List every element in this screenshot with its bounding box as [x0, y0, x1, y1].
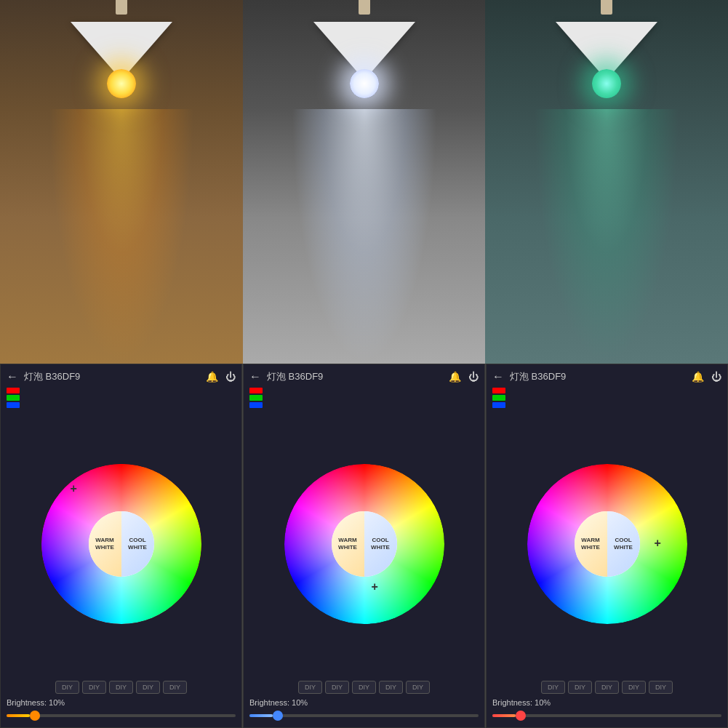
color-wheel-container-cool[interactable]: WARM WHITE COOL WHITE +: [249, 411, 479, 676]
lamp-stem-warm: [116, 0, 127, 15]
app-title-rgb: 灯泡 B36DF9: [510, 370, 566, 383]
brightness-thumb-rgb[interactable]: [516, 711, 526, 721]
diy-btn-warm-1[interactable]: DIY: [55, 681, 79, 694]
alarm-icon-warm[interactable]: 🔔: [206, 371, 218, 383]
red-swatch-cool[interactable]: [249, 388, 263, 393]
header-left-rgb: ← 灯泡 B36DF9: [492, 370, 566, 383]
wheel-cursor-rgb[interactable]: +: [655, 537, 661, 550]
app-title-warm: 灯泡 B36DF9: [24, 370, 80, 383]
cool-lamp-body: [321, 7, 408, 65]
diy-btn-cool-3[interactable]: DIY: [352, 681, 376, 694]
brightness-slider-cool[interactable]: [249, 710, 479, 721]
green-swatch-rgb[interactable]: [492, 395, 505, 401]
diy-btn-cool-2[interactable]: DIY: [325, 681, 349, 694]
alarm-icon-cool[interactable]: 🔔: [449, 371, 461, 383]
wheel-center-inner-rgb: WARM WHITE COOL WHITE: [575, 511, 640, 577]
warm-lamp-panel: [0, 0, 243, 364]
lamp-stem-rgb: [601, 0, 612, 15]
alarm-icon-rgb[interactable]: 🔔: [692, 371, 704, 383]
wheel-cursor-cool[interactable]: +: [372, 580, 378, 593]
brightness-track-cool: [249, 714, 479, 717]
wheel-center-inner-warm: WARM WHITE COOL WHITE: [89, 511, 154, 577]
color-wheel-container-warm[interactable]: WARM WHITE COOL WHITE +: [7, 411, 236, 676]
rgb-lamp-body: [563, 7, 650, 65]
cool-lamp-panel: [243, 0, 486, 364]
diy-btn-warm-5[interactable]: DIY: [163, 681, 187, 694]
diy-btn-rgb-5[interactable]: DIY: [649, 681, 673, 694]
diy-btn-cool-4[interactable]: DIY: [379, 681, 403, 694]
diy-row-rgb: DIY DIY DIY DIY DIY: [492, 681, 721, 694]
rgb-swatches-cool: [249, 388, 479, 408]
rgb-swatches-rgb: [492, 388, 721, 408]
header-right-rgb: 🔔 ⏻: [692, 371, 721, 383]
wheel-center-warm: WARM WHITE COOL WHITE: [89, 511, 154, 577]
brightness-thumb-warm[interactable]: [30, 711, 40, 721]
lamp-bulb-cool: [350, 69, 379, 98]
brightness-thumb-cool[interactable]: [273, 711, 283, 721]
warm-glow-effect: [49, 109, 194, 364]
brightness-section-cool: Brightness: 10%: [249, 698, 479, 721]
red-swatch-warm[interactable]: [7, 388, 20, 393]
diy-btn-warm-4[interactable]: DIY: [136, 681, 160, 694]
brightness-fill-warm: [7, 714, 30, 717]
back-button-rgb[interactable]: ←: [492, 370, 504, 383]
app-panel-warm: ← 灯泡 B36DF9 🔔 ⏻: [0, 364, 242, 728]
diy-btn-warm-3[interactable]: DIY: [109, 681, 133, 694]
wheel-center-cool: WARM WHITE COOL WHITE: [332, 511, 397, 577]
blue-swatch-cool[interactable]: [249, 402, 263, 408]
diy-btn-rgb-4[interactable]: DIY: [622, 681, 646, 694]
app-header-rgb: ← 灯泡 B36DF9 🔔 ⏻: [492, 370, 721, 383]
brightness-section-rgb: Brightness: 10%: [492, 698, 721, 721]
brightness-slider-warm[interactable]: [7, 710, 236, 721]
diy-btn-rgb-2[interactable]: DIY: [568, 681, 592, 694]
green-swatch-warm[interactable]: [7, 395, 20, 401]
diy-row-cool: DIY DIY DIY DIY DIY: [249, 681, 479, 694]
app-title-cool: 灯泡 B36DF9: [267, 370, 323, 383]
header-left-warm: ← 灯泡 B36DF9: [7, 370, 80, 383]
app-panels-area: ← 灯泡 B36DF9 🔔 ⏻: [0, 364, 728, 728]
header-right-cool: 🔔 ⏻: [449, 371, 479, 383]
lamp-display-area: [0, 0, 728, 364]
color-wheel-container-rgb[interactable]: WARM WHITE COOL WHITE +: [492, 411, 721, 676]
app-header-cool: ← 灯泡 B36DF9 🔔 ⏻: [249, 370, 479, 383]
header-left-cool: ← 灯泡 B36DF9: [249, 370, 323, 383]
diy-btn-cool-1[interactable]: DIY: [298, 681, 322, 694]
red-swatch-rgb[interactable]: [492, 388, 505, 393]
power-icon-cool[interactable]: ⏻: [468, 371, 479, 383]
blue-swatch-warm[interactable]: [7, 402, 20, 408]
brightness-track-warm: [7, 714, 236, 717]
power-icon-rgb[interactable]: ⏻: [711, 371, 721, 383]
lamp-bulb-rgb: [592, 69, 621, 98]
brightness-label-cool: Brightness: 10%: [249, 698, 479, 707]
back-button-cool[interactable]: ←: [249, 370, 261, 383]
brightness-section-warm: Brightness: 10%: [7, 698, 236, 721]
brightness-fill-cool: [249, 714, 273, 717]
wheel-cursor-warm[interactable]: +: [71, 482, 77, 495]
back-button-warm[interactable]: ←: [7, 370, 18, 383]
app-panel-rgb: ← 灯泡 B36DF9 🔔 ⏻: [486, 364, 728, 728]
diy-btn-warm-2[interactable]: DIY: [82, 681, 106, 694]
brightness-label-rgb: Brightness: 10%: [492, 698, 721, 707]
lamp-bulb-warm: [107, 69, 136, 98]
cool-glow-effect: [292, 109, 437, 364]
app-panel-cool: ← 灯泡 B36DF9 🔔 ⏻: [243, 364, 485, 728]
diy-btn-rgb-1[interactable]: DIY: [541, 681, 565, 694]
wheel-center-inner-cool: WARM WHITE COOL WHITE: [332, 511, 397, 577]
brightness-label-warm: Brightness: 10%: [7, 698, 236, 707]
main-scene: ← 灯泡 B36DF9 🔔 ⏻: [0, 0, 728, 728]
green-swatch-cool[interactable]: [249, 395, 263, 401]
diy-row-warm: DIY DIY DIY DIY DIY: [7, 681, 236, 694]
lamp-stem-cool: [359, 0, 370, 15]
header-right-warm: 🔔 ⏻: [206, 371, 236, 383]
app-header-warm: ← 灯泡 B36DF9 🔔 ⏻: [7, 370, 236, 383]
rgb-swatches-warm: [7, 388, 236, 408]
diy-btn-cool-5[interactable]: DIY: [406, 681, 430, 694]
rgb-glow-effect: [534, 109, 679, 364]
blue-swatch-rgb[interactable]: [492, 402, 505, 408]
rgb-lamp-panel: [485, 0, 728, 364]
warm-lamp-body: [78, 7, 165, 65]
power-icon-warm[interactable]: ⏻: [225, 371, 236, 383]
diy-btn-rgb-3[interactable]: DIY: [595, 681, 619, 694]
brightness-slider-rgb[interactable]: [492, 710, 721, 721]
brightness-fill-rgb: [492, 714, 516, 717]
